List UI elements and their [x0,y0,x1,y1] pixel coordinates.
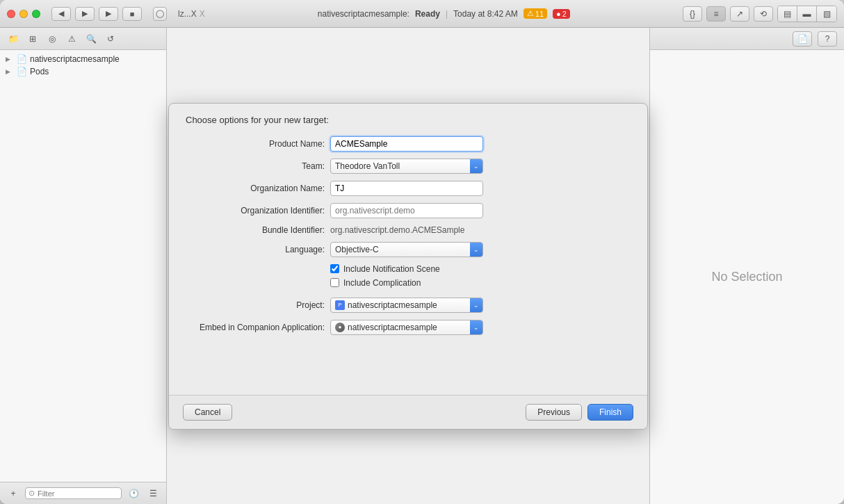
titlebar-right-controls: {} ≡ ↗ ⟲ ▤ ▬ ▧ [683,6,837,22]
left-panel-toggle[interactable]: ▤ [778,6,797,22]
notification-checkbox[interactable] [330,264,339,273]
error-badge[interactable]: ● 2 [553,9,570,19]
team-select-wrap: Theodore VanToll ⌄ [330,158,483,174]
lines-icon-btn[interactable]: ≡ [706,6,726,22]
code-icon-btn[interactable]: {} [683,6,702,22]
titlebar: ◀ ▶ ▶ ■ ◯ lz...X X nativescriptacmesampl… [0,0,844,28]
embed-value: nativescriptacmesample [348,323,437,332]
project-row: Project: P nativescriptacmesample ⌄ [186,298,631,313]
project-icon: P [335,300,345,310]
bundle-id-value: org.nativescript.demo.ACMESample [330,225,483,235]
sidebar-toolbar: 📁 ⊞ ◎ ⚠ 🔍 ↺ [0,28,166,50]
sidebar-tool-folder[interactable]: 📁 [6,33,21,45]
sidebar-content: ▶ 📄 nativescriptacmesample ▶ 📄 Pods [0,50,166,482]
dialog-footer: Cancel Previous Finish [169,395,647,429]
org-id-row: Organization Identifier: [186,203,631,218]
titlebar-status: nativescriptacmesample: Ready | Today at… [211,8,677,19]
share-icon-btn[interactable]: ↗ [730,6,749,22]
clock-icon[interactable]: 🕐 [126,487,141,500]
add-file-button[interactable]: + [6,487,21,500]
minimize-button[interactable] [19,10,28,18]
panel-toggle-group: ▤ ▬ ▧ [777,6,837,22]
sidebar-item-pods-label: Pods [30,67,49,76]
right-panel-toggle[interactable]: ▧ [817,6,836,22]
list-icon[interactable]: ☰ [145,487,161,500]
status-time: Today at 8:42 AM [453,9,518,19]
warning-icon: ⚠ [527,9,534,18]
status-ready: Ready [415,9,440,19]
nav-controls: ◀ ▶ ▶ ■ [51,7,142,21]
breadcrumb: lz...X X [178,9,205,19]
org-id-input[interactable] [330,203,483,218]
language-select[interactable]: Objective-C Swift [330,242,483,257]
project-label: Project: [186,300,325,310]
project-select[interactable]: P nativescriptacmesample [330,298,483,313]
language-label: Language: [186,245,325,254]
language-row: Language: Objective-C Swift ⌄ [186,242,631,257]
sidebar-tool-target[interactable]: ◎ [44,33,60,45]
folder-icon: 📄 [17,54,27,64]
sidebar-tool-search[interactable]: 🔍 [83,33,99,45]
scheme-button[interactable]: ◯ [153,7,167,21]
team-select[interactable]: Theodore VanToll [330,158,483,174]
sidebar-footer: + ⊙ 🕐 ☰ [0,482,166,504]
companion-icon: ● [335,323,345,332]
project-select-wrap: P nativescriptacmesample ⌄ [330,298,483,313]
filter-input[interactable] [38,489,118,498]
help-icon[interactable]: ? [818,31,837,47]
product-name-input[interactable] [330,136,483,152]
finish-button[interactable]: Finish [587,404,633,421]
filter-input-wrap: ⊙ [25,487,122,499]
expand-arrow-icon: ▶ [6,56,14,63]
complication-label: Include Complication [343,278,421,288]
pods-folder-icon: 📄 [17,67,27,76]
sidebar-item-label: nativescriptacmesample [30,54,120,64]
no-selection-text: No Selection [711,270,782,284]
project-value: nativescriptacmesample [348,300,437,310]
main-content: 📁 ⊞ ◎ ⚠ 🔍 ↺ ▶ 📄 nativescriptacmesample ▶… [0,28,844,504]
right-panel: 📄 ? No Selection [649,28,844,504]
right-panel-toolbar: 📄 ? [650,28,844,50]
org-name-input[interactable] [330,181,483,196]
stop-button[interactable]: ■ [122,7,142,21]
main-window: ◀ ▶ ▶ ■ ◯ lz...X X nativescriptacmesampl… [0,0,844,504]
complication-checkbox-row: Include Complication [186,278,631,288]
error-count: 2 [562,10,567,18]
editor-area: Choose options for your new target: Prod… [167,28,649,504]
sidebar-tool-warning[interactable]: ⚠ [64,33,79,45]
refresh-icon-btn[interactable]: ⟲ [754,6,773,22]
back-button[interactable]: ◀ [51,7,71,21]
sidebar-tool-scm[interactable]: ↺ [103,33,118,45]
bottom-panel-toggle[interactable]: ▬ [797,6,817,22]
new-target-dialog: Choose options for your new target: Prod… [168,103,648,430]
embed-label: Embed in Companion Application: [186,323,325,332]
app-name: nativescriptacmesample: [318,9,409,19]
sidebar-item-pods[interactable]: ▶ 📄 Pods [0,65,166,78]
dialog-overlay: Choose options for your new target: Prod… [167,28,649,504]
sidebar-item-nativescript[interactable]: ▶ 📄 nativescriptacmesample [0,53,166,65]
cancel-button[interactable]: Cancel [183,404,232,421]
scheme-controls: ◯ [153,7,167,21]
traffic-lights [7,10,40,18]
forward-button[interactable]: ▶ [75,7,95,21]
error-icon: ● [556,10,561,18]
team-label: Team: [186,161,325,171]
embed-select[interactable]: ● nativescriptacmesample [330,320,483,335]
complication-checkbox[interactable] [330,278,339,287]
filter-icon: ⊙ [29,489,35,498]
expand-arrow-pods-icon: ▶ [6,68,14,75]
breadcrumb-separator: X [200,9,205,19]
new-file-icon[interactable]: 📄 [793,31,812,47]
warning-count: 11 [535,10,544,18]
footer-right-buttons: Previous Finish [526,404,633,421]
dialog-title: Choose options for your new target: [169,104,647,131]
play-button[interactable]: ▶ [99,7,118,21]
notification-checkbox-row: Include Notification Scene [186,264,631,274]
sidebar-tool-source[interactable]: ⊞ [25,33,40,45]
product-name-label: Product Name: [186,139,325,149]
bundle-id-label: Bundle Identifier: [186,225,325,235]
warning-badge[interactable]: ⚠ 11 [524,8,547,19]
close-button[interactable] [7,10,15,18]
maximize-button[interactable] [32,10,40,18]
previous-button[interactable]: Previous [526,404,582,421]
